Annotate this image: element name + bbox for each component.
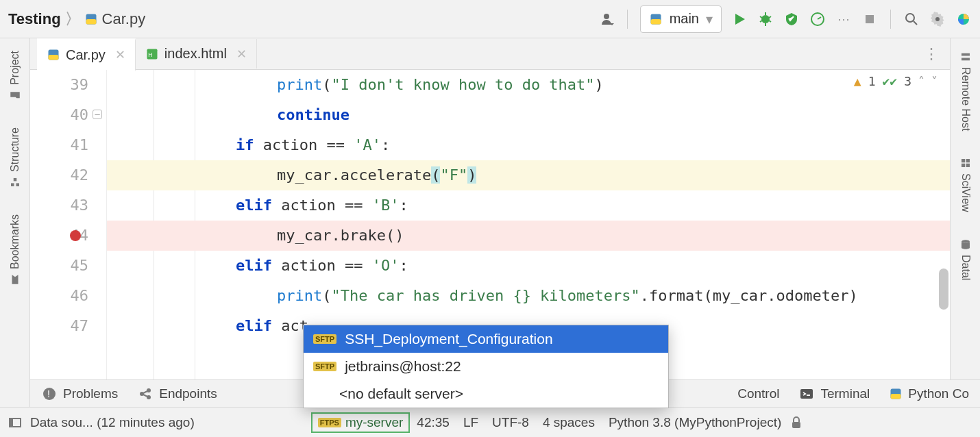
lock-icon[interactable] bbox=[788, 414, 805, 431]
profile-icon[interactable] bbox=[809, 11, 826, 27]
svg-rect-32 bbox=[10, 419, 13, 427]
breadcrumb[interactable]: Testing 〉 Car.py bbox=[8, 9, 145, 29]
status-deployment-server[interactable]: FTPS my-server bbox=[311, 412, 411, 433]
svg-rect-6 bbox=[866, 15, 874, 23]
toolwin-problems[interactable]: ! Problems bbox=[41, 386, 118, 402]
gear-icon[interactable] bbox=[929, 11, 946, 27]
svg-rect-33 bbox=[792, 422, 800, 428]
breadcrumb-file[interactable]: Car.py bbox=[84, 10, 146, 28]
down-arrow-icon[interactable]: ˅ bbox=[931, 74, 938, 88]
toolwin-python-console[interactable]: Python Co bbox=[889, 386, 969, 401]
code-line[interactable]: my_car.accelerate("F") bbox=[107, 160, 950, 190]
tab-index-html[interactable]: H index.html ✕ bbox=[136, 39, 257, 68]
toolwin-vcs[interactable]: Control bbox=[737, 386, 779, 401]
user-switch-icon[interactable] bbox=[598, 11, 615, 27]
debug-icon[interactable] bbox=[757, 11, 774, 27]
python-icon bbox=[649, 12, 663, 26]
gutter[interactable]: 3940–41424344454647 bbox=[30, 70, 107, 379]
code-line[interactable]: print("The car has driven {} kilometers"… bbox=[107, 281, 950, 311]
popup-item-no-default[interactable]: <no default server> bbox=[304, 380, 668, 408]
stop-icon[interactable] bbox=[861, 11, 878, 27]
tool-remote-host[interactable]: Remote Host bbox=[959, 45, 972, 136]
tab-overflow-icon[interactable]: ⋮ bbox=[924, 45, 950, 63]
toolbar-buttons: main ▾ ⋯ bbox=[598, 5, 972, 33]
run-config-label: main bbox=[670, 11, 699, 27]
code-line[interactable]: print("I don't know how to do that") bbox=[107, 70, 950, 100]
chevron-down-icon: ▾ bbox=[706, 11, 713, 27]
inspections-widget[interactable]: ▲ 1 ✔✔ 3 ˄ ˅ bbox=[851, 73, 940, 90]
sftp-badge: SFTP bbox=[313, 362, 336, 371]
svg-rect-30 bbox=[891, 394, 901, 399]
up-arrow-icon[interactable]: ˄ bbox=[918, 74, 924, 88]
html-file-icon: H bbox=[145, 47, 159, 61]
endpoints-icon bbox=[137, 386, 154, 402]
toolwin-terminal[interactable]: Terminal bbox=[798, 386, 870, 402]
svg-rect-9 bbox=[16, 183, 19, 186]
status-datasource[interactable]: Data sou... (12 minutes ago) bbox=[23, 408, 201, 437]
svg-rect-28 bbox=[800, 389, 813, 399]
code-line[interactable]: my_car.brake() bbox=[107, 221, 950, 251]
code-line[interactable]: elif action == 'O': bbox=[107, 251, 950, 281]
svg-rect-16 bbox=[961, 164, 965, 167]
tab-car-py[interactable]: Car.py ✕ bbox=[37, 38, 136, 71]
toolwin-endpoints[interactable]: Endpoints bbox=[137, 386, 217, 402]
python-file-icon bbox=[47, 48, 60, 62]
checkmark-icon: ✔✔ bbox=[882, 74, 897, 88]
svg-rect-20 bbox=[49, 55, 59, 60]
svg-rect-12 bbox=[961, 53, 970, 56]
svg-rect-14 bbox=[961, 159, 965, 162]
popup-item-jetbrains-host[interactable]: SFTP jetbrains@host:22 bbox=[304, 353, 668, 380]
svg-text:!: ! bbox=[47, 388, 50, 399]
status-line-separator[interactable]: LF bbox=[456, 408, 485, 437]
tool-sciview[interactable]: SciView bbox=[959, 151, 972, 218]
jetbrains-toolbox-icon[interactable] bbox=[955, 11, 972, 27]
python-icon bbox=[889, 387, 903, 401]
ok-count: 3 bbox=[904, 74, 911, 88]
status-caret[interactable]: 42:35 bbox=[410, 408, 456, 437]
scrollbar-thumb[interactable] bbox=[939, 269, 948, 310]
run-config-selector[interactable]: main ▾ bbox=[640, 5, 722, 33]
svg-rect-10 bbox=[11, 183, 14, 186]
right-tool-strip: Remote Host SciView Datal bbox=[950, 38, 980, 407]
svg-point-7 bbox=[906, 14, 914, 22]
status-interpreter[interactable]: Python 3.8 (MyPythonProject) bbox=[602, 408, 788, 437]
editor-tabs: Car.py ✕ H index.html ✕ ⋮ bbox=[30, 38, 950, 70]
warning-count: 1 bbox=[868, 74, 876, 88]
rerun-icon[interactable]: ⋯ bbox=[835, 11, 852, 27]
tool-project[interactable]: Project bbox=[9, 45, 21, 107]
svg-point-18 bbox=[961, 240, 970, 243]
svg-rect-1 bbox=[86, 19, 96, 25]
close-icon[interactable]: ✕ bbox=[236, 47, 247, 62]
ftps-badge: FTPS bbox=[318, 418, 341, 427]
tool-bookmarks[interactable]: Bookmarks bbox=[9, 209, 21, 291]
code-line[interactable]: if action == 'A': bbox=[107, 130, 950, 160]
search-icon[interactable] bbox=[903, 11, 920, 27]
code-line[interactable]: elif action == 'B': bbox=[107, 190, 950, 221]
sftp-badge: SFTP bbox=[313, 334, 336, 344]
popup-item-ssh-deployment[interactable]: SFTP SSH_Deployment_Configuration bbox=[304, 325, 668, 353]
status-indent[interactable]: 4 spaces bbox=[536, 408, 602, 437]
structure-icon bbox=[9, 176, 21, 188]
database-icon bbox=[959, 238, 972, 251]
tool-structure[interactable]: Structure bbox=[9, 122, 21, 194]
svg-rect-11 bbox=[13, 178, 16, 182]
deployment-server-popup: SFTP SSH_Deployment_Configuration SFTP j… bbox=[303, 325, 669, 408]
svg-rect-15 bbox=[966, 159, 969, 162]
breadcrumb-root[interactable]: Testing bbox=[8, 10, 61, 28]
terminal-icon bbox=[798, 386, 815, 402]
warning-icon: ▲ bbox=[854, 74, 861, 88]
coverage-icon[interactable] bbox=[783, 11, 800, 27]
left-tool-strip: Project Structure Bookmarks bbox=[0, 38, 30, 407]
run-icon[interactable] bbox=[731, 11, 748, 27]
code-line[interactable]: continue bbox=[107, 100, 950, 130]
svg-rect-13 bbox=[961, 58, 970, 61]
close-icon[interactable]: ✕ bbox=[115, 47, 125, 62]
svg-point-4 bbox=[761, 15, 770, 23]
python-file-icon bbox=[84, 12, 98, 26]
svg-rect-17 bbox=[966, 164, 969, 167]
svg-rect-3 bbox=[650, 19, 661, 25]
tool-window-toggle-icon[interactable] bbox=[7, 414, 23, 431]
status-bar: Data sou... (12 minutes ago) FTPS my-ser… bbox=[0, 407, 980, 437]
tool-database[interactable]: Datal bbox=[959, 233, 972, 286]
status-encoding[interactable]: UTF-8 bbox=[485, 408, 536, 437]
